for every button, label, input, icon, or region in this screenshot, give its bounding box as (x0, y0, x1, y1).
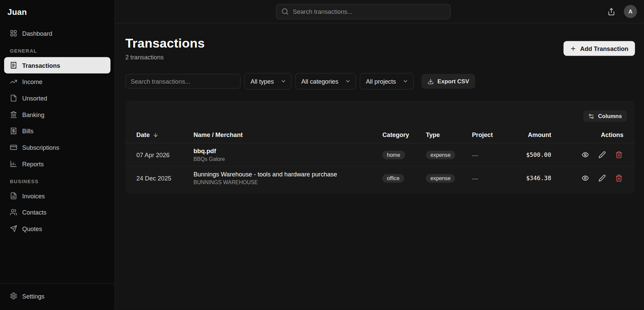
filters-bar: All types All categories All projects (125, 73, 635, 90)
sidebar-item-settings[interactable]: Settings (4, 288, 110, 304)
chevron-down-icon (403, 78, 408, 84)
cell-project: — (469, 143, 515, 166)
transaction-name: Bunnings Warehouse - tools and hardware … (193, 171, 377, 178)
pencil-icon (598, 174, 606, 182)
transaction-count: 2 transactions (125, 54, 205, 61)
project-filter-value: All projects (366, 78, 396, 85)
pencil-icon (598, 151, 606, 159)
users-icon (10, 208, 17, 216)
sidebar-item-income[interactable]: Income (4, 74, 110, 90)
header-date-label: Date (136, 131, 150, 138)
columns-button[interactable]: Columns (583, 110, 627, 122)
avatar[interactable]: A (624, 5, 637, 18)
sidebar-item-label: Dashboard (22, 30, 52, 37)
credit-card-icon (10, 144, 17, 151)
transaction-merchant: BBQs Galore (193, 156, 377, 162)
sort-desc-icon (153, 132, 158, 138)
send-icon (10, 225, 17, 232)
view-button[interactable] (581, 174, 590, 183)
search-icon (281, 8, 289, 15)
table-row[interactable]: 07 Apr 2026 bbq.pdf BBQs Galore home exp… (125, 143, 635, 166)
sidebar-item-contacts[interactable]: Contacts (4, 204, 110, 221)
global-search-input[interactable] (293, 8, 445, 15)
trash-icon (615, 174, 623, 182)
sidebar-item-invoices[interactable]: Invoices (4, 188, 110, 204)
sidebar-item-label: Invoices (22, 192, 45, 199)
sidebar-item-label: Bills (22, 128, 33, 135)
type-filter-value: All types (250, 78, 274, 85)
page-content: Transactions 2 transactions Add Transact… (115, 23, 635, 194)
sidebar-item-label: Unsorted (22, 94, 47, 102)
sidebar-item-subscriptions[interactable]: Subscriptions (4, 139, 110, 156)
category-badge: office (382, 174, 404, 182)
cell-project: — (469, 166, 515, 190)
file-icon (10, 94, 17, 102)
view-button[interactable] (581, 150, 590, 159)
sidebar-item-transactions[interactable]: Transactions (4, 57, 110, 74)
export-csv-button[interactable]: Export CSV (422, 74, 475, 89)
cell-type: expense (424, 143, 469, 166)
table-header-row: Date Name / Merchant Category Type Proje… (125, 127, 635, 143)
sidebar-item-label: Banking (22, 111, 45, 118)
trash-icon (615, 151, 623, 159)
header-date[interactable]: Date (125, 127, 191, 143)
global-search (276, 4, 451, 19)
add-transaction-button[interactable]: Add Transaction (564, 41, 635, 56)
edit-button[interactable] (598, 150, 607, 159)
sidebar-footer: Settings (0, 283, 114, 310)
chevron-down-icon (280, 78, 286, 84)
plus-icon (570, 45, 576, 51)
export-csv-label: Export CSV (437, 78, 469, 84)
category-badge: home (382, 150, 405, 159)
gear-icon (10, 292, 17, 300)
category-filter-select[interactable]: All categories (295, 73, 356, 90)
receipt-icon (10, 62, 17, 69)
columns-button-label: Columns (598, 113, 622, 119)
cell-amount: $500.00 (515, 143, 554, 166)
cell-date: 24 Dec 2025 (125, 166, 191, 190)
table-toolbar: Columns (125, 110, 635, 127)
type-filter-select[interactable]: All types (244, 73, 292, 90)
type-badge: expense (426, 150, 455, 159)
sidebar-item-dashboard[interactable]: Dashboard (4, 25, 110, 41)
brand-logo: Juan (0, 0, 114, 23)
delete-button[interactable] (614, 174, 623, 183)
sidebar-item-label: Reports (22, 160, 44, 167)
sidebar-item-quotes[interactable]: Quotes (4, 220, 110, 237)
dashboard-icon (10, 30, 17, 37)
sidebar-item-unsorted[interactable]: Unsorted (4, 90, 110, 106)
columns-settings-icon (588, 113, 594, 119)
bank-icon (10, 111, 17, 118)
cell-date: 07 Apr 2026 (125, 143, 191, 166)
table-row[interactable]: 24 Dec 2025 Bunnings Warehouse - tools a… (125, 166, 635, 190)
chevron-down-icon (345, 78, 351, 84)
filter-search-input[interactable] (125, 74, 241, 89)
eye-icon (582, 174, 589, 182)
sidebar-item-reports[interactable]: Reports (4, 156, 110, 172)
page-title: Transactions (125, 36, 205, 51)
sidebar-item-label: Subscriptions (22, 144, 59, 151)
upload-button[interactable] (606, 6, 617, 17)
cell-actions (554, 143, 635, 166)
sidebar-item-label: Income (22, 78, 43, 85)
header-category: Category (380, 127, 424, 143)
download-icon (428, 78, 434, 84)
sidebar-item-label: Quotes (22, 225, 42, 232)
header-project: Project (469, 127, 515, 143)
file-text-icon (10, 192, 17, 199)
sidebar-nav: Dashboard GENERAL Transactions Income (0, 23, 114, 283)
project-filter-select[interactable]: All projects (360, 73, 414, 90)
sidebar-item-banking[interactable]: Banking (4, 106, 110, 123)
cell-name-merchant: Bunnings Warehouse - tools and hardware … (191, 166, 380, 190)
topbar-right: A (606, 5, 637, 18)
bar-chart-icon (10, 160, 17, 168)
sidebar-item-label: Contacts (22, 209, 47, 216)
main-area: A Transactions 2 transactions Add Transa… (115, 0, 644, 310)
sidebar-item-bills[interactable]: Bills (4, 123, 110, 139)
edit-button[interactable] (598, 174, 607, 183)
delete-button[interactable] (614, 150, 623, 159)
upload-icon (608, 8, 615, 16)
cell-actions (554, 166, 635, 190)
header-amount: Amount (515, 127, 554, 143)
sidebar-section-business: BUSINESS (4, 172, 110, 188)
